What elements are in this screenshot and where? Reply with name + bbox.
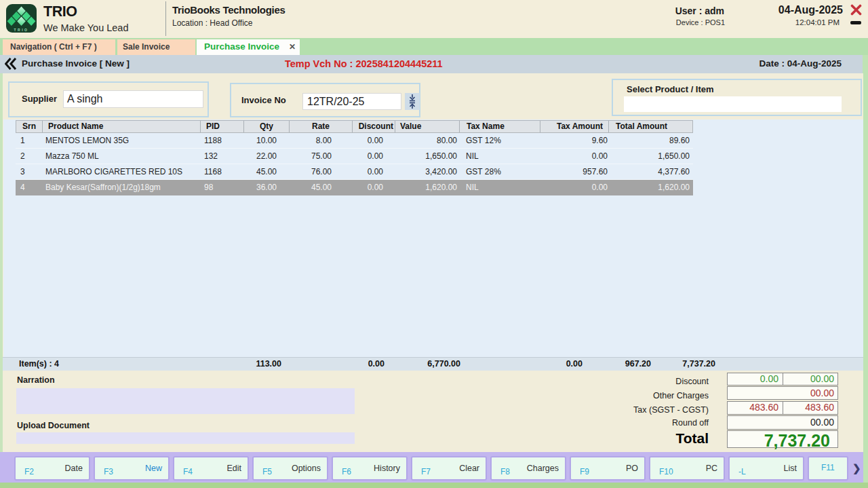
svg-text:TRIO: TRIO bbox=[14, 28, 29, 32]
